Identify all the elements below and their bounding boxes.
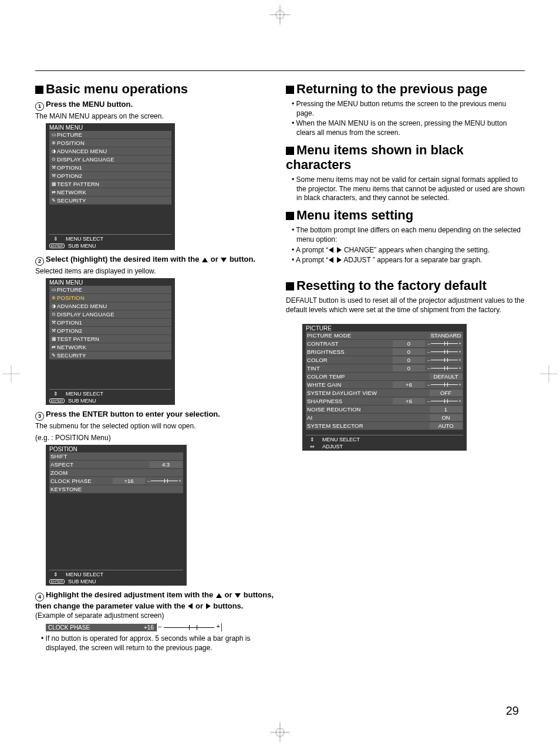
step1-title: 1Press the MENU button.	[35, 100, 274, 111]
heading-black-chars: Menu items shown in black characters	[286, 143, 525, 173]
left-arrow-icon	[188, 603, 193, 609]
osd-menu-item: COLOR0–+	[306, 356, 463, 364]
osd-menu-item: ◑ADVANCED MENU	[49, 147, 171, 156]
square-bullet-icon	[286, 147, 294, 155]
heading-menu-setting: Menu items setting	[286, 208, 525, 222]
adj-value: +16	[131, 624, 156, 631]
up-arrow-icon	[202, 258, 208, 262]
osd-title: MAIN MENU	[46, 123, 175, 131]
step4-title: 4Highlight the desired adjustment item w…	[35, 590, 274, 610]
updown-arrows-icon: ⇕	[49, 572, 62, 577]
osd-menu-item: ▭PICTURE	[49, 286, 171, 294]
osd-menu-item: ⊕POSITION	[49, 139, 171, 147]
osd-menu-item: SHARPNESS+6–+	[306, 397, 463, 405]
osd-menu-item: ⚒OPTION1	[49, 164, 171, 172]
registration-mark-left	[2, 365, 20, 383]
osd-menu-item: KEYSTONE	[49, 485, 183, 494]
heading-reset: Resetting to the factory default	[286, 278, 525, 293]
osd-menu-item: ✎SECURITY	[49, 351, 171, 360]
circled-1-icon: 1	[35, 102, 44, 111]
top-rule	[35, 70, 525, 71]
square-bullet-icon	[35, 86, 43, 94]
page-number: 29	[506, 704, 519, 718]
step3-title: 3Press the ENTER button to enter your se…	[35, 410, 274, 421]
black-chars-b1: Some menu items may not be valid for cer…	[292, 175, 525, 203]
step2-title: 2Select (highlight) the desired item wit…	[35, 255, 274, 266]
circled-4-icon: 4	[35, 593, 44, 601]
step2-body: Selected items are displayed in yellow.	[35, 267, 274, 276]
step4-caption: (Example of separate adjustment screen)	[35, 611, 274, 621]
osd-menu-item: PICTURE MODESTANDARD	[306, 332, 463, 340]
osd-menu-item: ⇄NETWORK	[49, 188, 171, 197]
right-arrow-icon	[337, 257, 342, 263]
osd-menu-item: ASPECT4:3	[49, 461, 183, 469]
osd-footer: ENTERSUB MENU	[49, 398, 171, 404]
osd-title: POSITION	[46, 445, 187, 452]
osd-menu-item: ⚒OPTION2	[49, 327, 171, 335]
osd-menu-item: BRIGHTNESS0–+	[306, 348, 463, 356]
left-arrow-icon	[329, 247, 333, 253]
square-bullet-icon	[286, 212, 294, 220]
updown-arrows-icon: ⇕	[49, 391, 62, 397]
leftright-arrows-icon: ⇔	[306, 444, 319, 449]
osd-footer: ⇕MENU SELECT	[49, 236, 171, 242]
up-arrow-icon	[216, 593, 222, 598]
step1-body: The MAIN MENU appears on the screen.	[35, 112, 274, 121]
circled-3-icon: 3	[35, 412, 44, 421]
adj-slider	[156, 623, 222, 631]
left-arrow-icon	[329, 257, 333, 263]
content-columns: Basic menu operations 1Press the MENU bu…	[35, 82, 525, 654]
menu-setting-b1: The bottom prompt line differs on each m…	[292, 226, 525, 244]
heading-basic-menu: Basic menu operations	[35, 82, 274, 96]
enter-key-icon: ENTER	[49, 398, 65, 403]
returning-b2: When the MAIN MENU is on the screen, pre…	[292, 119, 525, 137]
osd-menu-item: ⚒OPTION1	[49, 319, 171, 327]
osd-menu-item: ZOOM	[49, 469, 183, 477]
left-column: Basic menu operations 1Press the MENU bu…	[35, 82, 274, 654]
osd-footer: ENTERSUB MENU	[49, 579, 183, 584]
updown-arrows-icon: ⇕	[49, 236, 62, 242]
osd-footer: ⇔ADJUST	[306, 444, 463, 449]
adj-label: CLOCK PHASE	[46, 624, 131, 631]
osd-menu-item: ⇄NETWORK	[49, 343, 171, 351]
right-arrow-icon	[337, 247, 342, 253]
square-bullet-icon	[286, 86, 294, 94]
reset-body: DEFAULT button is used to reset all of t…	[286, 296, 525, 315]
osd-menu-item: AION	[306, 414, 463, 422]
osd-menu-item: ▦TEST PATTERN	[49, 335, 171, 343]
adjustment-bar-example: CLOCK PHASE +16	[46, 623, 222, 632]
osd-picture-menu: PICTURE PICTURE MODESTANDARDCONTRAST0–+B…	[302, 324, 467, 451]
enter-key-icon: ENTER	[49, 579, 65, 584]
osd-footer: ENTERSUB MENU	[49, 243, 171, 249]
osd-main-menu-2: MAIN MENU ▭PICTURE⊕POSITION◑ADVANCED MEN…	[46, 278, 175, 405]
osd-menu-item: COLOR TEMPDEFAULT	[306, 373, 463, 381]
right-column: Returning to the previous page Pressing …	[286, 82, 525, 654]
step3-body2: (e.g. : POSITION Menu)	[35, 434, 274, 443]
osd-menu-item: SYSTEM DAYLIGHT VIEWOFF	[306, 389, 463, 397]
returning-b1: Pressing the MENU button returns the scr…	[292, 100, 525, 118]
osd-position-menu: POSITION SHIFTASPECT4:3ZOOMCLOCK PHASE+1…	[46, 445, 187, 586]
right-arrow-icon	[206, 603, 211, 609]
manual-page: Basic menu operations 1Press the MENU bu…	[0, 0, 560, 747]
osd-menu-item: CLOCK PHASE+16–+	[49, 477, 183, 485]
osd-title: PICTURE	[302, 324, 467, 332]
osd-menu-item: ✎SECURITY	[49, 197, 171, 205]
osd-menu-item: TINT0–+	[306, 364, 463, 373]
osd-menu-item: ▦TEST PATTERN	[49, 180, 171, 188]
down-arrow-icon	[221, 258, 227, 262]
osd-title: MAIN MENU	[46, 278, 175, 286]
osd-menu-item: ⊕POSITION	[49, 294, 171, 302]
step3-body1: The submenu for the selected option will…	[35, 422, 274, 431]
osd-footer: ⇕MENU SELECT	[49, 391, 171, 397]
registration-mark-top	[270, 5, 290, 25]
heading-returning: Returning to the previous page	[286, 82, 525, 96]
circled-2-icon: 2	[35, 257, 44, 266]
osd-footer: ⇕MENU SELECT	[49, 572, 183, 577]
osd-footer: ⇕MENU SELECT	[306, 437, 463, 442]
osd-menu-item: ▭PICTURE	[49, 131, 171, 139]
enter-key-icon: ENTER	[49, 244, 65, 248]
osd-menu-item: SHIFT	[49, 452, 183, 461]
square-bullet-icon	[286, 282, 294, 290]
osd-menu-item: WHITE GAIN+6–+	[306, 381, 463, 389]
menu-setting-b2: A prompt “ CHANGE” appears when changing…	[292, 246, 525, 255]
